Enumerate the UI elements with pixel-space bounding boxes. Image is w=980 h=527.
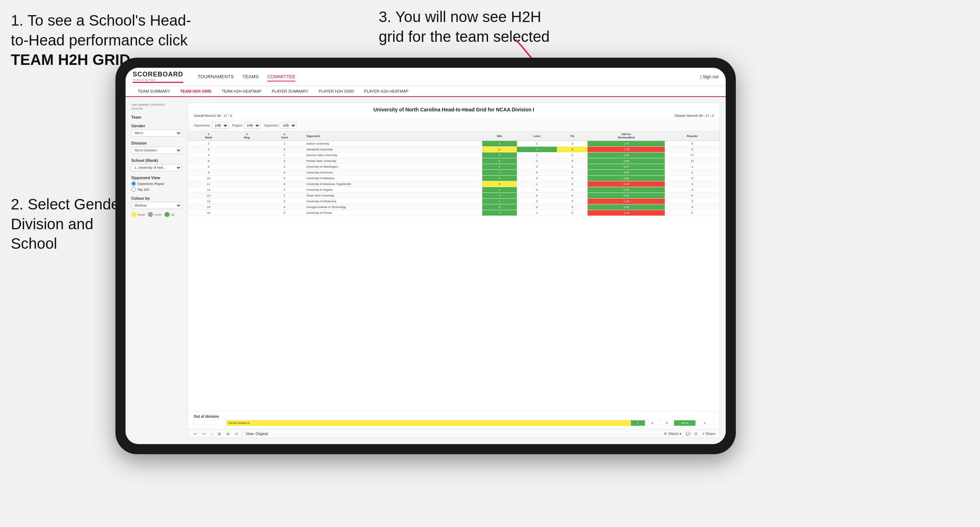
cell-diff: 4.50	[587, 205, 665, 210]
filter-region-select[interactable]: (All)	[244, 122, 261, 129]
table-header-row: #Rank #Reg #Conf Opponent Win Loss Tie D…	[188, 131, 719, 141]
cell-conf: 3	[265, 187, 304, 193]
cell-loss: 2	[517, 198, 557, 205]
share-btn[interactable]: ↗ Share	[702, 432, 715, 436]
cell-tie: 0	[557, 152, 587, 158]
cell-rounds: 9	[665, 198, 719, 205]
logo: SCOREBOARD Powered by clippi	[133, 71, 183, 83]
cell-reg	[229, 158, 264, 164]
cell-opponent: Florida State University	[304, 158, 482, 164]
sub-nav-team-h2h-heatmap[interactable]: TEAM H2H HEATMAP	[216, 86, 267, 97]
school-select[interactable]: 1. University of Nort...	[131, 164, 182, 171]
cell-diff: 1.67	[587, 141, 665, 147]
cell-win: 6	[482, 205, 517, 210]
cell-rounds: 3	[665, 164, 719, 170]
panel-header: University of North Carolina Head-to-Hea…	[188, 103, 719, 120]
col-opponent: Opponent	[304, 131, 482, 141]
comment-btn[interactable]: 💬	[686, 432, 690, 436]
out-division-rounds: 3	[696, 420, 714, 426]
cell-opponent: University of Arkansas, Fayetteville	[304, 181, 482, 187]
colour-by-label: Colour by	[131, 196, 182, 200]
cell-loss: 4	[517, 147, 557, 152]
cell-rank: 15	[188, 205, 229, 210]
table-row: 15 4 Georgia Institute of Technology 6 0…	[188, 205, 719, 210]
cell-loss: 1	[517, 152, 557, 158]
cell-loss: 0	[517, 205, 557, 210]
radio-top100[interactable]: Top 100	[131, 187, 182, 192]
radio-opponents-played[interactable]: Opponents Played	[131, 181, 182, 186]
cell-diff: 5.56	[587, 193, 665, 198]
clock-btn[interactable]: ⊙	[234, 431, 240, 437]
filter-opponent-select[interactable]: (All)	[280, 122, 296, 129]
out-division-win: 1	[631, 420, 645, 426]
colour-by-select[interactable]: Win/loss	[131, 202, 182, 209]
cell-rounds: 3	[665, 187, 719, 193]
col-diff: Diff AvStrokes/Rnd	[587, 131, 665, 141]
present-btn[interactable]: ⊡	[694, 432, 697, 436]
table-row: 12 3 University of Virginia 1 0 0 2.33 3	[188, 187, 719, 193]
cell-conf: 5	[265, 176, 304, 181]
cell-reg	[229, 147, 264, 152]
cell-loss: 1	[517, 210, 557, 216]
division-select[interactable]: NCAA Division I	[131, 147, 182, 154]
sub-nav-team-summary[interactable]: TEAM SUMMARY	[133, 86, 175, 97]
sub-nav-player-summary[interactable]: PLAYER SUMMARY	[267, 86, 313, 97]
nav-tournaments[interactable]: TOURNAMENTS	[198, 73, 234, 81]
sub-nav-team-h2h-grid[interactable]: TEAM H2H GRID	[175, 86, 217, 97]
filter-opponents-select[interactable]: (All)	[212, 122, 229, 129]
sign-out[interactable]: | Sign out	[700, 74, 719, 79]
cell-conf: 4	[265, 205, 304, 210]
redo-btn[interactable]: ↪	[201, 431, 207, 437]
school-section: School (Rank) 1. University of Nort...	[131, 158, 182, 171]
cell-loss: 0	[517, 170, 557, 176]
cell-win: 2	[482, 141, 517, 147]
cell-reg	[229, 205, 264, 210]
annotation-line1: 1. To see a School's Head-	[11, 12, 191, 29]
col-reg: #Reg	[229, 131, 264, 141]
sub-nav-player-h2h-grid[interactable]: PLAYER H2H GRID	[313, 86, 359, 97]
watch-btn[interactable]: 👁 Watch ▾	[664, 432, 681, 436]
filter-opponent-label: Opponent	[264, 124, 278, 127]
cell-rank: 12	[188, 187, 229, 193]
out-division-tie: 0	[660, 420, 674, 426]
panel-title: University of North Carolina Head-to-Hea…	[194, 107, 714, 113]
undo-btn[interactable]: ↩	[192, 431, 198, 437]
cell-reg	[229, 164, 264, 170]
cell-rank: 13	[188, 193, 229, 198]
overall-record: Overall Record: 89 - 17 - 0	[194, 114, 232, 117]
cell-loss: 0	[517, 164, 557, 170]
cell-win: 1	[482, 170, 517, 176]
nav-committee[interactable]: COMMITTEE	[267, 73, 295, 81]
out-division-name: NCAA Division II	[226, 420, 631, 426]
cell-tie: 0	[557, 164, 587, 170]
gender-label: Gender	[131, 124, 182, 128]
copy-btn[interactable]: ⊞	[216, 431, 222, 437]
cell-win: 1	[482, 198, 517, 205]
panel-records: Overall Record: 89 - 17 - 0 Division Rec…	[194, 114, 714, 117]
table-row: 4 1 Arizona State University 5 1 0 2.29 …	[188, 152, 719, 158]
add-btn[interactable]: ⊕	[225, 431, 231, 437]
table-row: 10 5 University of Alabama 3 0 0 2.61 8	[188, 176, 719, 181]
sub-nav-player-h2h-heatmap[interactable]: PLAYER H2H HEATMAP	[359, 86, 414, 97]
toolbar-view: View: Original	[246, 432, 268, 436]
annotation-bl-line3: School	[11, 235, 57, 252]
table-row: 9 3 University of Arizona 1 0 0 9.00 2	[188, 170, 719, 176]
out-of-division: Out of division NCAA Division II 1 0 0	[188, 411, 719, 429]
cell-win: 3	[482, 210, 517, 216]
gender-select[interactable]: Men's	[131, 129, 182, 137]
opponent-view-section: Opponent View Opponents Played Top 100	[131, 176, 182, 192]
out-division-diff: 26.00	[674, 420, 696, 426]
cell-opponent: University of Virginia	[304, 187, 482, 193]
annotation-top-right: 3. You will now see H2H grid for the tea…	[379, 7, 550, 46]
cell-rank: 10	[188, 176, 229, 181]
annotation-line3: TEAM H2H GRID	[11, 51, 130, 68]
col-rounds: Rounds	[665, 131, 719, 141]
nav-back-btn[interactable]: ‹	[210, 431, 213, 437]
cell-conf: 3	[265, 170, 304, 176]
division-record: Division Record: 88 - 17 - 0	[675, 114, 714, 117]
cell-win: 1	[482, 164, 517, 170]
dot-up	[164, 212, 170, 217]
nav-teams[interactable]: TEAMS	[242, 73, 259, 81]
cell-rank: 4	[188, 152, 229, 158]
cell-rounds: 8	[665, 176, 719, 181]
